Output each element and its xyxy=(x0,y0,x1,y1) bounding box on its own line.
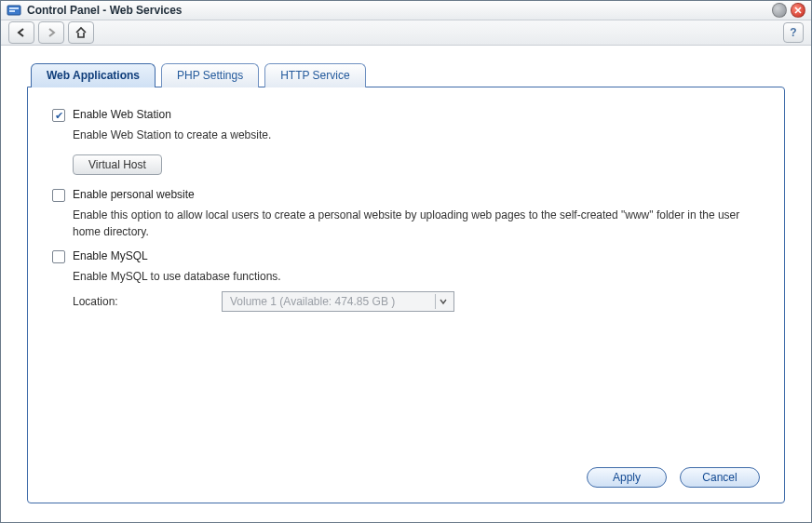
checkbox-web-station[interactable] xyxy=(52,109,65,122)
location-label: Location: xyxy=(73,295,222,308)
toolbar: ? xyxy=(1,20,811,46)
option-mysql: Enable MySQL xyxy=(52,249,760,263)
content-area: Web Applications PHP Settings HTTP Servi… xyxy=(1,46,811,522)
forward-button[interactable] xyxy=(38,21,64,44)
desc-personal-website: Enable this option to allow local users … xyxy=(73,208,743,240)
app-icon xyxy=(7,3,21,18)
window-title: Control Panel - Web Services xyxy=(27,4,768,17)
window: Control Panel - Web Services ? Web Appli… xyxy=(0,0,812,523)
checkbox-mysql[interactable] xyxy=(52,250,65,263)
location-value: Volume 1 (Available: 474.85 GB ) xyxy=(230,295,395,308)
location-select[interactable]: Volume 1 (Available: 474.85 GB ) xyxy=(222,291,454,312)
label-mysql: Enable MySQL xyxy=(73,249,148,262)
tab-web-applications[interactable]: Web Applications xyxy=(31,63,156,87)
home-button[interactable] xyxy=(68,21,94,44)
cancel-button[interactable]: Cancel xyxy=(680,467,760,488)
close-button[interactable] xyxy=(791,3,805,18)
checkbox-personal-website[interactable] xyxy=(52,189,65,202)
option-web-station: Enable Web Station xyxy=(52,108,760,122)
option-personal-website: Enable personal website xyxy=(52,188,760,202)
tab-http-service[interactable]: HTTP Service xyxy=(264,63,365,87)
titlebar: Control Panel - Web Services xyxy=(1,1,811,20)
minimize-button[interactable] xyxy=(772,3,787,18)
desc-web-station: Enable Web Station to create a website. xyxy=(73,127,743,143)
help-button[interactable]: ? xyxy=(783,22,804,43)
svg-rect-1 xyxy=(9,7,19,9)
footer: Apply Cancel xyxy=(52,460,760,488)
desc-mysql: Enable MySQL to use database functions. xyxy=(73,269,743,285)
svg-rect-2 xyxy=(9,10,15,12)
virtual-host-button[interactable]: Virtual Host xyxy=(73,154,162,175)
label-personal-website: Enable personal website xyxy=(73,188,195,201)
apply-button[interactable]: Apply xyxy=(587,467,667,488)
tab-row: Web Applications PHP Settings HTTP Servi… xyxy=(31,62,785,87)
back-button[interactable] xyxy=(8,21,34,44)
chevron-down-icon xyxy=(435,294,450,309)
label-web-station: Enable Web Station xyxy=(73,108,171,121)
form-body: Enable Web Station Enable Web Station to… xyxy=(52,108,760,460)
tab-panel: Enable Web Station Enable Web Station to… xyxy=(27,87,785,503)
tab-php-settings[interactable]: PHP Settings xyxy=(161,63,259,87)
mysql-location-row: Location: Volume 1 (Available: 474.85 GB… xyxy=(73,291,760,312)
